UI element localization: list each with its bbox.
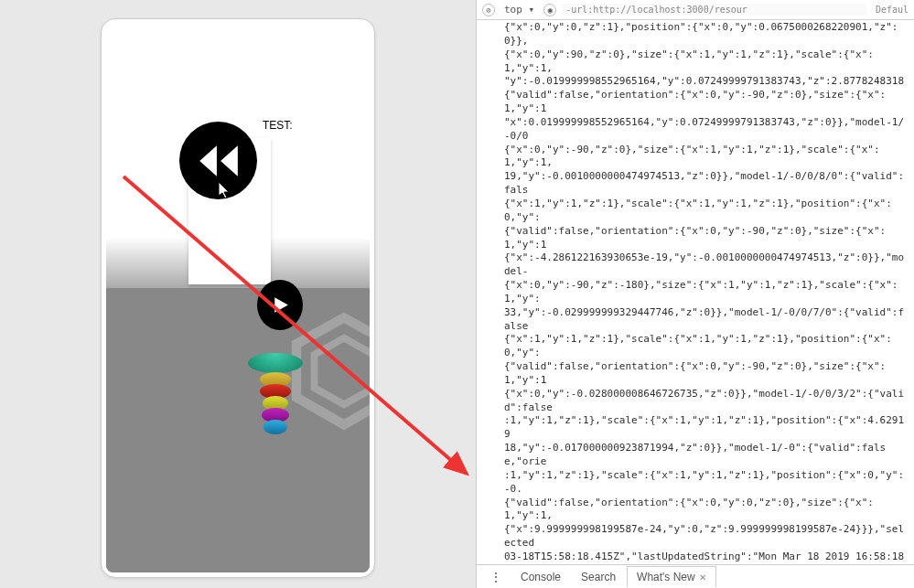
model-plate	[248, 353, 303, 373]
eye-icon[interactable]: ◉	[543, 4, 556, 16]
test-label: TEST:	[263, 119, 293, 132]
stacked-model[interactable]	[248, 353, 303, 432]
console-filter-input[interactable]	[562, 4, 866, 16]
console-toolbar: ⊘ top ▾ ◉ Defaul	[477, 0, 914, 20]
tab-whats-new-label: What's New	[637, 571, 695, 583]
tab-search[interactable]: Search	[572, 567, 625, 587]
tab-whats-new[interactable]: What's New✕	[627, 566, 716, 587]
console-output[interactable]: {"x":0,"y":0,"z":1},"position":{"x":0,"y…	[477, 20, 914, 564]
context-selector[interactable]: top ▾	[500, 4, 538, 16]
tab-console[interactable]: Console	[511, 567, 570, 587]
devtools-drawer-tabs: ⋮ Console Search What's New✕	[477, 564, 914, 588]
log-levels[interactable]: Defaul	[876, 5, 909, 15]
model-part	[263, 420, 287, 434]
svg-marker-1	[315, 338, 371, 405]
device-frame: TEST:	[101, 18, 375, 578]
clear-console-icon[interactable]: ⊘	[482, 4, 495, 16]
close-icon[interactable]: ✕	[699, 572, 706, 583]
mouse-cursor	[219, 182, 233, 200]
devtools-panel: ⊘ top ▾ ◉ Defaul {"x":0,"y":0,"z":1},"po…	[476, 0, 914, 588]
play-button[interactable]	[257, 280, 303, 330]
context-label: top	[504, 4, 522, 16]
play-icon	[269, 294, 292, 316]
drawer-menu-icon[interactable]: ⋮	[482, 570, 510, 584]
app-viewport: TEST:	[0, 0, 476, 588]
svg-marker-0	[296, 318, 370, 425]
console-log-json: {"x":0,"y":0,"z":1},"position":{"x":0,"y…	[477, 20, 914, 564]
rewind-icon	[196, 138, 242, 184]
